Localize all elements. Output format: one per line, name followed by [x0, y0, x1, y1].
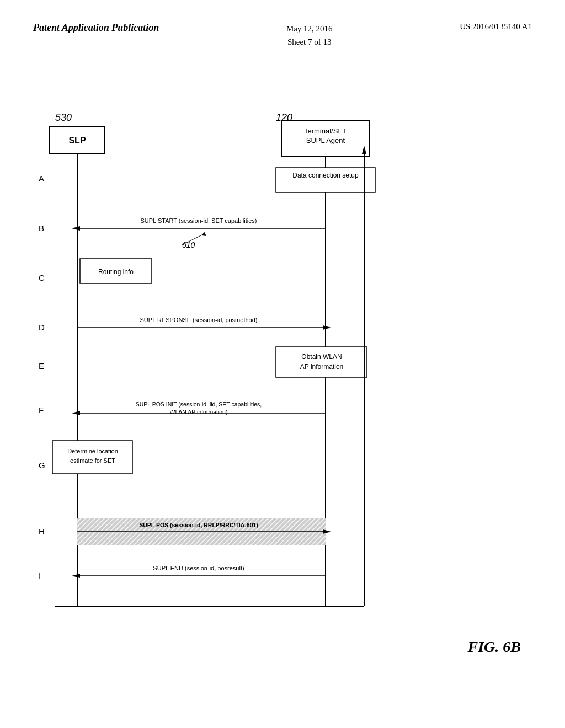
publication-label: Patent Application Publication [33, 22, 159, 34]
patent-number: US 2016/0135140 A1 [460, 22, 532, 31]
supl-pos-init-label1: SUPL POS INIT (session-id, lid, SET capa… [136, 401, 262, 408]
ref-610-arrowhead [202, 232, 206, 236]
date-label: May 12, 2016 [286, 24, 333, 33]
slp-label: SLP [68, 136, 86, 145]
supl-end-label: SUPL END (session-id, posresult) [153, 565, 244, 571]
step-G: G [39, 461, 45, 470]
header-center-info: May 12, 2016 Sheet 7 of 13 [286, 22, 333, 49]
supl-pos-arrowhead [323, 529, 331, 534]
terminal-line1: Terminal/SET [304, 127, 347, 135]
step-I: I [39, 571, 41, 580]
supl-response-arrowhead [323, 325, 331, 330]
sequence-diagram: 530 120 SLP Terminal/SET SUPL Agent A B … [22, 71, 541, 678]
obtain-wlan-text2: AP information [300, 363, 344, 371]
terminal-line2: SUPL Agent [306, 136, 345, 144]
determine-loc-text1: Determine location [67, 448, 118, 454]
diagram-container: 530 120 SLP Terminal/SET SUPL Agent A B … [0, 60, 565, 711]
step-D: D [39, 323, 45, 332]
supl-response-label: SUPL RESPONSE (session-id, posmethod) [140, 317, 258, 323]
step-E: E [39, 361, 44, 371]
page-header: Patent Application Publication May 12, 2… [0, 0, 565, 60]
step-F: F [39, 405, 44, 415]
routing-info-text: Routing info [98, 268, 134, 276]
step-H: H [39, 527, 45, 536]
step-C: C [39, 273, 45, 282]
supl-pos-init-label2: WLAN AP information) [170, 409, 228, 415]
determine-loc-text2: estimate for SET [70, 457, 115, 464]
figure-label: FIG. 6B [468, 638, 521, 656]
supl-pos-label: SUPL POS (session-id, RRLP/RRC/TIA-801) [139, 522, 258, 528]
ref-530: 530 [55, 112, 72, 123]
supl-start-arrowhead [72, 226, 80, 231]
supl-end-arrowhead [72, 574, 80, 578]
sheet-label: Sheet 7 of 13 [287, 38, 332, 46]
step-B: B [39, 223, 44, 233]
supl-start-label: SUPL START (session-id, SET capabilities… [141, 217, 257, 224]
step-A: A [39, 174, 44, 183]
obtain-wlan-box [276, 347, 367, 377]
supl-pos-init-arrowhead [72, 411, 80, 415]
data-connection-text1: Data connection setup [292, 172, 359, 179]
obtain-wlan-text1: Obtain WLAN [301, 353, 342, 361]
